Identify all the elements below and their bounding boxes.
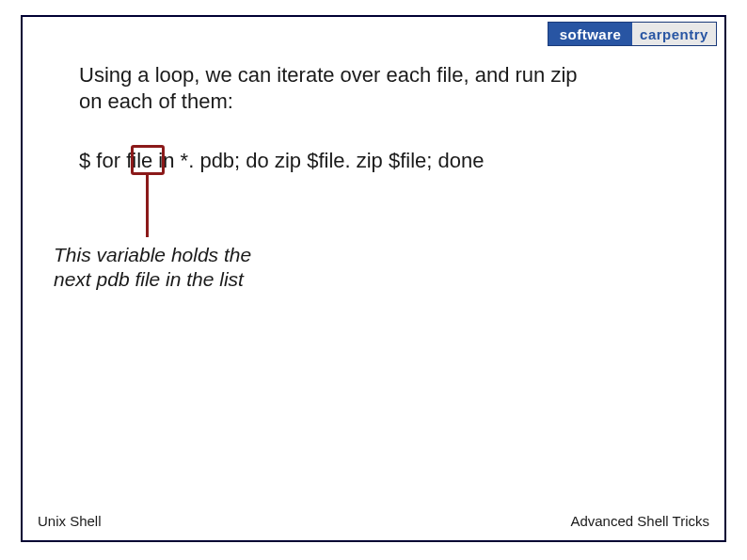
callout-note: This variable holds the next pdb file in… <box>54 243 270 293</box>
intro-text: Using a loop, we can iterate over each f… <box>79 62 606 114</box>
callout-connector <box>146 175 149 237</box>
logo-right-word: carpentry <box>632 23 716 45</box>
footer-left: Unix Shell <box>38 513 102 529</box>
footer-right: Advanced Shell Tricks <box>570 513 709 529</box>
highlight-box <box>131 145 165 175</box>
slide-frame: software carpentry Using a loop, we can … <box>21 15 726 542</box>
software-carpentry-logo: software carpentry <box>548 22 717 46</box>
logo-left-word: software <box>548 23 632 45</box>
